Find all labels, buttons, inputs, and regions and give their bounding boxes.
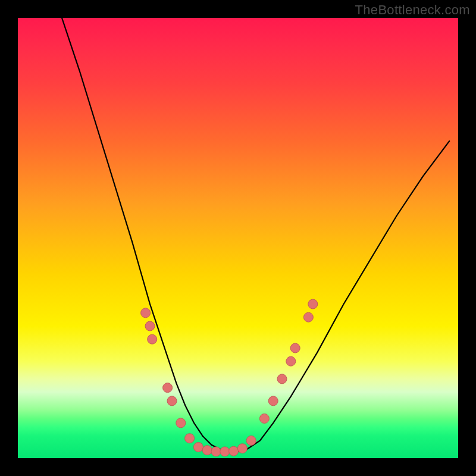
curve-marker — [193, 443, 203, 452]
marker-group — [141, 299, 318, 456]
chart-svg — [18, 18, 458, 458]
curve-marker — [211, 447, 221, 456]
curve-marker — [290, 343, 300, 353]
attribution-label: TheBottleneck.com — [355, 2, 470, 18]
curve-marker — [277, 374, 287, 384]
curve-marker — [202, 446, 212, 455]
curve-marker — [237, 444, 247, 453]
curve-marker — [185, 434, 195, 443]
curve-marker — [176, 418, 186, 428]
curve-marker — [167, 396, 177, 406]
curve-marker — [163, 383, 173, 393]
bottleneck-curve-path — [62, 18, 449, 452]
curve-marker — [220, 447, 230, 456]
outer-frame: TheBottleneck.com — [0, 0, 476, 476]
curve-marker — [229, 446, 239, 456]
curve-marker — [148, 334, 157, 344]
curve-marker — [259, 414, 269, 423]
curve-marker — [308, 299, 318, 309]
curve-marker — [145, 321, 155, 331]
curve-marker — [303, 312, 313, 322]
curve-marker — [286, 356, 296, 366]
curve-marker — [268, 396, 278, 406]
plot-area — [18, 18, 458, 458]
curve-marker — [246, 436, 256, 445]
curve-marker — [141, 308, 151, 318]
curve-group — [62, 18, 449, 452]
